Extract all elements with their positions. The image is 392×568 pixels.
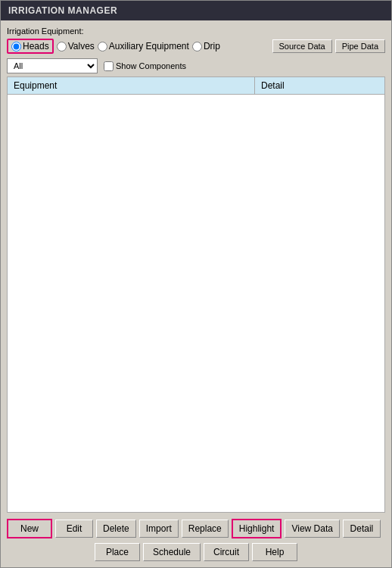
replace-button[interactable]: Replace [182,520,229,538]
edit-button[interactable]: Edit [55,520,93,538]
auxiliary-radio-container[interactable]: Auxiliary Equipment [98,41,189,51]
content-area: Irrigation Equipment: Heads Valves Auxil… [1,20,391,567]
radio-row: Heads Valves Auxiliary Equipment Drip So… [7,39,385,54]
show-components-checkbox[interactable] [104,61,114,71]
drip-radio[interactable] [192,42,202,51]
place-button[interactable]: Place [95,543,140,561]
show-components-group[interactable]: Show Components [104,61,186,71]
view-data-button[interactable]: View Data [285,520,339,538]
schedule-button[interactable]: Schedule [143,543,201,561]
window-title: IRRIGATION MANAGER [8,5,117,16]
detail-column-header: Detail [255,77,384,94]
help-button[interactable]: Help [252,543,297,561]
heads-radio-container[interactable]: Heads [7,39,54,54]
highlight-button[interactable]: Highlight [232,519,282,538]
show-components-label[interactable]: Show Components [116,61,186,70]
drip-radio-container[interactable]: Drip [192,41,220,51]
valves-radio-container[interactable]: Valves [57,41,95,51]
bottom-button-row2: Place Schedule Circuit Help [7,543,385,561]
top-button-group: Source Data Pipe Data [272,39,385,53]
delete-button[interactable]: Delete [96,520,136,538]
main-window: IRRIGATION MANAGER Irrigation Equipment:… [0,0,392,568]
new-button[interactable]: New [7,519,52,538]
equipment-label: Irrigation Equipment: [7,27,385,36]
pipe-data-button[interactable]: Pipe Data [335,39,385,53]
heads-radio[interactable] [11,42,21,51]
circuit-button[interactable]: Circuit [204,543,249,561]
auxiliary-radio[interactable] [98,42,107,51]
filter-dropdown[interactable]: All [7,58,98,73]
source-data-button[interactable]: Source Data [272,39,332,53]
equipment-column-header: Equipment [8,77,255,94]
title-bar: IRRIGATION MANAGER [1,1,391,20]
valves-radio[interactable] [57,42,67,51]
import-button[interactable]: Import [139,520,179,538]
bottom-button-row1: New Edit Delete Import Replace Highlight… [7,519,385,538]
table-body [8,95,384,398]
table-header: Equipment Detail [8,77,384,95]
heads-label[interactable]: Heads [23,41,49,51]
valves-label[interactable]: Valves [68,41,95,51]
drip-label[interactable]: Drip [204,41,220,51]
auxiliary-label[interactable]: Auxiliary Equipment [109,41,189,51]
filter-row: All Show Components [7,58,385,73]
equipment-table: Equipment Detail [7,76,385,513]
detail-button[interactable]: Detail [343,520,381,538]
